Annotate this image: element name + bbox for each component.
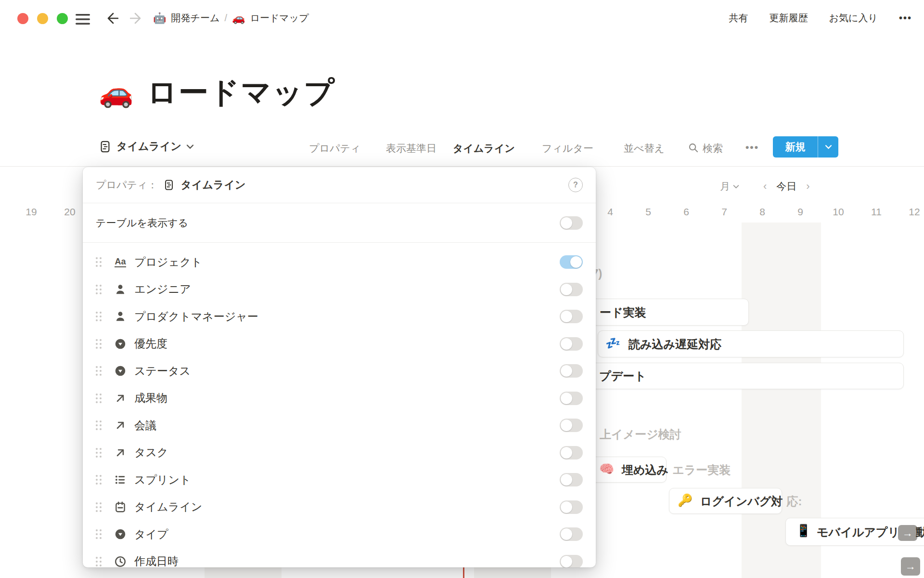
jump-to-item-button[interactable]: → bbox=[901, 557, 920, 576]
properties-button[interactable]: プロパティ bbox=[309, 142, 360, 155]
timeline-item-title[interactable]: 埋め込みエラー実装 bbox=[622, 462, 731, 478]
relation-icon bbox=[113, 446, 128, 460]
relation-icon bbox=[113, 418, 128, 433]
favorite-button[interactable]: お気に入り bbox=[829, 12, 878, 25]
item-title-text: プデート bbox=[599, 368, 646, 384]
back-icon[interactable] bbox=[105, 12, 118, 25]
new-button-label[interactable]: 新規 bbox=[773, 140, 818, 154]
clock-icon bbox=[113, 554, 128, 567]
breadcrumb-team[interactable]: 開発チーム bbox=[171, 12, 219, 25]
drag-handle-icon[interactable] bbox=[96, 448, 103, 458]
close-window-button[interactable] bbox=[17, 13, 28, 24]
item-emoji: 📱 bbox=[796, 525, 811, 537]
property-toggle[interactable] bbox=[560, 392, 583, 405]
date-basis-value[interactable]: タイムライン bbox=[453, 142, 515, 155]
forward-icon[interactable] bbox=[130, 12, 143, 25]
property-label: 成果物 bbox=[134, 391, 167, 406]
zoom-level-select[interactable]: 月 bbox=[720, 180, 739, 193]
help-icon[interactable]: ? bbox=[568, 178, 583, 192]
property-row: エンジニア bbox=[96, 276, 583, 303]
filter-button[interactable]: フィルター bbox=[542, 142, 593, 155]
tab-timeline-view[interactable]: タイムライン bbox=[99, 139, 194, 154]
right-arrow-icon: → bbox=[902, 527, 913, 539]
property-toggle[interactable] bbox=[560, 283, 583, 296]
timeline-item-title[interactable]: ログインバグ対応: bbox=[700, 494, 802, 509]
zoom-window-button[interactable] bbox=[57, 13, 68, 24]
timeline-item-title[interactable]: モバイルアプリ bbox=[817, 525, 899, 540]
drag-handle-icon[interactable] bbox=[96, 257, 103, 267]
minimize-window-button[interactable] bbox=[37, 13, 48, 24]
updates-button[interactable]: 更新履歴 bbox=[770, 12, 808, 25]
breadcrumb: 🤖 開発チーム / 🚗 ロードマップ bbox=[153, 12, 309, 25]
view-toolbar: タイムライン プロパティ 表示基準日 タイムライン フィルター 並べ替え 検索 … bbox=[0, 136, 924, 167]
property-toggle[interactable] bbox=[560, 364, 583, 378]
page-icon-emoji[interactable]: 🚗 bbox=[99, 79, 133, 106]
breadcrumb-separator: / bbox=[224, 13, 227, 24]
timeline-view-icon bbox=[99, 140, 112, 153]
date-basis-label[interactable]: 表示基準日 bbox=[386, 142, 436, 155]
drag-handle-icon[interactable] bbox=[96, 557, 103, 566]
drag-handle-icon[interactable] bbox=[96, 339, 103, 349]
item-emoji: 💤 bbox=[605, 337, 620, 349]
app-window: 🤖 開発チーム / 🚗 ロードマップ 共有 更新履歴 お気に入り ••• 🚗 ロ… bbox=[0, 0, 924, 578]
property-toggle[interactable] bbox=[560, 500, 583, 514]
drag-handle-icon[interactable] bbox=[96, 366, 103, 376]
page-title-text[interactable]: ロードマップ bbox=[147, 72, 335, 113]
property-label: タイプ bbox=[134, 527, 168, 542]
new-button[interactable]: 新規 bbox=[773, 136, 838, 158]
list-icon bbox=[113, 473, 128, 487]
page-title: 🚗 ロードマップ bbox=[99, 72, 335, 113]
property-label: スプリント bbox=[134, 473, 191, 487]
timeline-item-title[interactable]: ード実装 bbox=[600, 305, 646, 320]
timeline-item-title[interactable]: プデート bbox=[599, 368, 646, 384]
property-row: スプリント bbox=[96, 466, 583, 494]
date-label: 6 bbox=[683, 206, 689, 218]
drag-handle-icon[interactable] bbox=[96, 420, 103, 430]
date-label: 10 bbox=[833, 206, 844, 218]
timeline-view-icon bbox=[163, 179, 175, 191]
timeline-item-title[interactable]: 読み込み遅延対応 bbox=[629, 337, 721, 352]
sidebar-menu-icon[interactable] bbox=[76, 13, 90, 25]
show-table-row: テーブルを表示する bbox=[96, 203, 583, 242]
property-toggle[interactable] bbox=[560, 446, 583, 460]
search-button[interactable]: 検索 bbox=[703, 142, 723, 155]
person-icon bbox=[113, 309, 128, 324]
property-label: 優先度 bbox=[134, 336, 167, 351]
drag-handle-icon[interactable] bbox=[96, 475, 103, 485]
search-icon[interactable] bbox=[688, 143, 698, 153]
sort-button[interactable]: 並べ替え bbox=[624, 142, 665, 155]
today-button[interactable]: 今日 bbox=[772, 180, 800, 193]
property-toggle[interactable] bbox=[560, 310, 583, 323]
property-toggle[interactable] bbox=[560, 555, 583, 567]
timeline-item-ghost-title[interactable]: 上イメージ検討 bbox=[600, 427, 681, 442]
drag-handle-icon[interactable] bbox=[96, 394, 103, 403]
clipped-item-text: 動 bbox=[916, 525, 924, 540]
drag-handle-icon[interactable] bbox=[96, 502, 103, 512]
property-toggle[interactable] bbox=[560, 337, 583, 351]
item-emoji: 🔑 bbox=[678, 494, 693, 506]
drag-handle-icon[interactable] bbox=[96, 529, 103, 539]
jump-to-item-button[interactable]: → bbox=[898, 525, 917, 541]
new-button-caret-icon[interactable] bbox=[818, 144, 838, 149]
drag-handle-icon[interactable] bbox=[96, 312, 103, 321]
property-toggle[interactable] bbox=[560, 473, 583, 486]
select-icon bbox=[113, 364, 128, 378]
select-icon bbox=[113, 337, 128, 351]
next-period-button[interactable]: › bbox=[800, 180, 815, 193]
prev-period-button[interactable]: ‹ bbox=[757, 180, 772, 193]
item-title-text: 埋め込み bbox=[622, 462, 668, 478]
breadcrumb-page[interactable]: ロードマップ bbox=[250, 12, 308, 25]
right-arrow-icon: → bbox=[905, 560, 916, 573]
property-toggle[interactable] bbox=[560, 419, 583, 432]
show-table-toggle[interactable] bbox=[560, 216, 583, 230]
header-actions: 共有 更新履歴 お気に入り ••• bbox=[729, 12, 912, 25]
property-toggle[interactable] bbox=[560, 527, 583, 541]
toolbar-more-icon[interactable]: ••• bbox=[745, 142, 759, 153]
person-icon bbox=[113, 282, 128, 297]
more-options-icon[interactable]: ••• bbox=[899, 13, 912, 24]
share-button[interactable]: 共有 bbox=[729, 12, 748, 25]
chevron-down-icon bbox=[733, 184, 739, 189]
drag-handle-icon[interactable] bbox=[96, 285, 103, 294]
team-emoji: 🤖 bbox=[153, 12, 166, 25]
property-toggle[interactable] bbox=[560, 255, 583, 269]
